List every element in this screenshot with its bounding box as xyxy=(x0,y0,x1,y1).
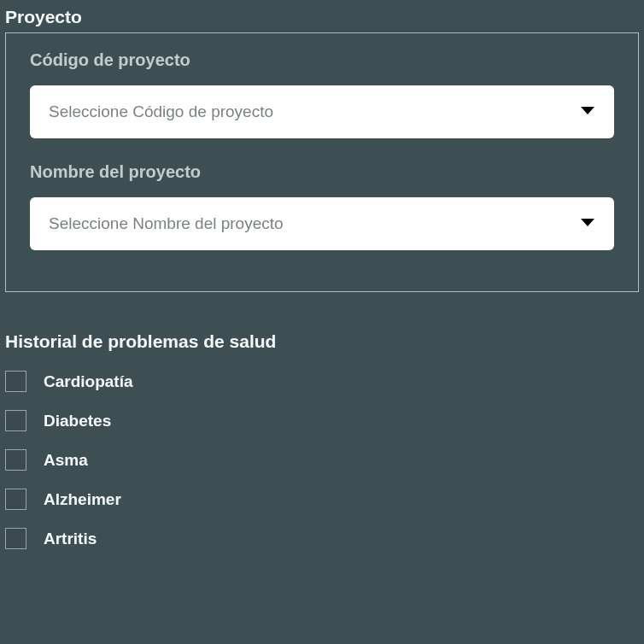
codigo-select-wrapper: Seleccione Código de proyecto xyxy=(30,85,614,138)
checkbox-label[interactable]: Alzheimer xyxy=(44,490,121,509)
proyecto-section: Proyecto Código de proyecto Seleccione C… xyxy=(5,7,639,292)
health-item-asma: Asma xyxy=(5,449,639,471)
nombre-label: Nombre del proyecto xyxy=(30,162,614,182)
checkbox-diabetes[interactable] xyxy=(5,410,26,431)
proyecto-title: Proyecto xyxy=(5,7,639,27)
health-item-alzheimer: Alzheimer xyxy=(5,489,639,510)
checkbox-cardiopatia[interactable] xyxy=(5,371,26,392)
health-item-cardiopatia: Cardiopatía xyxy=(5,371,639,392)
checkbox-alzheimer[interactable] xyxy=(5,489,26,510)
checkbox-asma[interactable] xyxy=(5,449,26,471)
codigo-field-group: Código de proyecto Seleccione Código de … xyxy=(30,50,614,138)
nombre-select-text: Seleccione Nombre del proyecto xyxy=(49,214,284,233)
codigo-select-text: Seleccione Código de proyecto xyxy=(49,102,273,121)
health-item-diabetes: Diabetes xyxy=(5,410,639,431)
health-section: Historial de problemas de salud Cardiopa… xyxy=(5,331,639,549)
codigo-select[interactable]: Seleccione Código de proyecto xyxy=(30,85,614,138)
health-title: Historial de problemas de salud xyxy=(5,331,639,352)
checkbox-artritis[interactable] xyxy=(5,528,26,549)
checkbox-label[interactable]: Cardiopatía xyxy=(44,372,133,391)
nombre-field-group: Nombre del proyecto Seleccione Nombre de… xyxy=(30,162,614,250)
codigo-label: Código de proyecto xyxy=(30,50,614,70)
nombre-select-wrapper: Seleccione Nombre del proyecto xyxy=(30,197,614,250)
proyecto-fieldset: Código de proyecto Seleccione Código de … xyxy=(5,32,639,292)
checkbox-label[interactable]: Artritis xyxy=(44,530,97,548)
health-checkbox-list: Cardiopatía Diabetes Asma Alzheimer Artr… xyxy=(5,371,639,549)
checkbox-label[interactable]: Asma xyxy=(44,451,88,470)
health-item-artritis: Artritis xyxy=(5,528,639,549)
checkbox-label[interactable]: Diabetes xyxy=(44,412,111,430)
nombre-select[interactable]: Seleccione Nombre del proyecto xyxy=(30,197,614,250)
